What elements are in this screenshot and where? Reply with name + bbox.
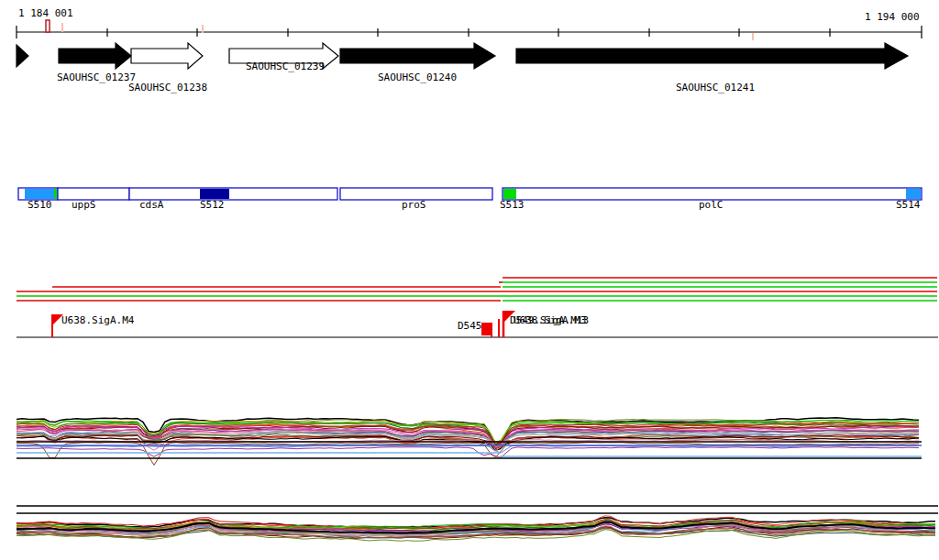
gene-label-SAOUHSC_01241: SAOUHSC_01241 xyxy=(676,82,755,93)
marker-label: U638.SigA.M4 xyxy=(61,315,134,326)
feature-label-S512: S512 xyxy=(200,200,225,211)
feature-label-cdsA: cdsA xyxy=(139,200,164,211)
gene-label-SAOUHSC_01238: SAOUHSC_01238 xyxy=(128,82,207,93)
gene-label-SAOUHSC_01237: SAOUHSC_01237 xyxy=(57,72,136,83)
gene-arrow-SAOUHSC_01240[interactable] xyxy=(340,43,495,69)
feature-label-uppS: uppS xyxy=(72,200,96,211)
marker-box[interactable] xyxy=(481,323,492,335)
feature-label-proS: proS xyxy=(402,200,426,211)
gene-arrow-SAOUHSC_01238[interactable] xyxy=(131,43,203,69)
gene-arrow-partial-left[interactable] xyxy=(17,45,28,67)
feature-label-S514: S514 xyxy=(896,200,921,211)
feature-label-S513: S513 xyxy=(500,200,525,211)
feature-segment-S512[interactable] xyxy=(200,189,229,199)
gene-label-SAOUHSC_01239: SAOUHSC_01239 xyxy=(246,61,325,72)
marker-label: D549.SigA.M13 xyxy=(510,315,589,326)
feature-segment-S511[interactable] xyxy=(54,189,57,199)
ruler-red-marker[interactable] xyxy=(46,20,50,32)
genome-browser-view: 1 184 001 1 194 000 SAOUHSC_01237SAOUHSC… xyxy=(0,0,939,560)
feature-segment-S513[interactable] xyxy=(503,189,516,199)
gene-label-SAOUHSC_01240: SAOUHSC_01240 xyxy=(378,72,457,83)
ruler-start-coordinate: 1 184 001 xyxy=(18,8,73,19)
ruler-end-coordinate: 1 194 000 xyxy=(865,12,920,23)
feature-segment-S514[interactable] xyxy=(906,189,921,199)
gene-arrow-SAOUHSC_01237[interactable] xyxy=(59,43,131,69)
gene-arrow-SAOUHSC_01241[interactable] xyxy=(516,43,908,69)
feature-label-S510: S510 xyxy=(28,200,52,211)
feature-segment-S510[interactable] xyxy=(25,189,54,199)
marker-label: D545 xyxy=(458,321,482,332)
feature-label-polC: polC xyxy=(699,200,724,211)
